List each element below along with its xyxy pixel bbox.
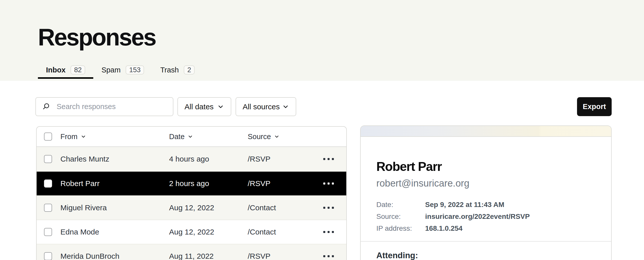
tab-count-badge: 153 (126, 65, 144, 74)
source-filter-value: All sources (243, 102, 280, 111)
search-box[interactable] (35, 97, 173, 116)
tab-count-badge: 82 (71, 65, 85, 74)
meta-value: 168.1.0.254 (425, 222, 530, 234)
tab-label: Inbox (46, 66, 65, 74)
search-input[interactable] (57, 102, 168, 111)
tabs-bar: Inbox 82 Spam 153 Trash 2 (38, 63, 203, 79)
tab-trash[interactable]: Trash 2 (152, 63, 203, 79)
tab-inbox[interactable]: Inbox 82 (38, 63, 93, 79)
cell-source: /RSVP (248, 155, 314, 163)
detail-name: Robert Parr (376, 159, 442, 174)
row-actions-icon[interactable] (319, 183, 334, 185)
meta-value: insuricare.org/2022event/RSVP (425, 211, 530, 222)
detail-divider (361, 241, 611, 242)
source-filter-dropdown[interactable]: All sources (236, 97, 296, 116)
tab-spam[interactable]: Spam 153 (93, 63, 152, 79)
chevron-down-icon (217, 103, 224, 110)
table-row[interactable]: Edna Mode Aug 12, 2022 /Contact (37, 220, 346, 244)
cell-source: /Contact (248, 203, 314, 212)
cell-from: Robert Parr (60, 179, 169, 188)
cell-date: Aug 12, 2022 (169, 203, 248, 212)
tab-label: Trash (160, 66, 179, 74)
column-header-source[interactable]: Source (248, 133, 314, 141)
meta-label: Date: (376, 199, 425, 211)
meta-label: IP address: (376, 222, 425, 234)
detail-email: robert@insuricare.org (376, 178, 469, 189)
row-actions-icon[interactable] (319, 158, 334, 160)
search-icon (42, 103, 50, 111)
cell-from: Edna Mode (60, 228, 169, 236)
cell-from: Charles Muntz (60, 155, 169, 163)
row-actions-icon[interactable] (319, 231, 334, 233)
cell-from: Miguel Rivera (60, 203, 169, 212)
meta-label: Source: (376, 211, 425, 222)
responses-table: From Date Source Charles Muntz 4 hours a… (36, 126, 347, 260)
sort-chevron-icon (81, 134, 86, 139)
table-header-row: From Date Source (37, 127, 346, 147)
sort-chevron-icon (274, 134, 280, 139)
tab-label: Spam (101, 66, 121, 74)
row-checkbox[interactable] (44, 179, 52, 188)
cell-source: /Contact (248, 228, 314, 236)
detail-section-heading: Attending: (376, 251, 418, 260)
response-detail-panel: Robert Parr robert@insuricare.org Date: … (360, 125, 612, 260)
column-header-date[interactable]: Date (169, 133, 248, 141)
cell-date: Aug 12, 2022 (169, 228, 248, 236)
cell-from: Merida DunBroch (60, 252, 169, 260)
cell-date: 2 hours ago (169, 179, 248, 188)
row-checkbox[interactable] (44, 228, 52, 236)
cell-source: /RSVP (248, 179, 314, 188)
row-actions-icon[interactable] (319, 207, 334, 209)
detail-meta-list: Date: Sep 9, 2022 at 11:43 AM Source: in… (376, 199, 530, 234)
table-row[interactable]: Miguel Rivera Aug 12, 2022 /Contact (37, 195, 346, 220)
table-row[interactable]: Merida DunBroch Aug 11, 2022 /RSVP (37, 244, 346, 260)
sort-chevron-icon (188, 134, 193, 139)
row-actions-icon[interactable] (319, 255, 334, 257)
column-header-from[interactable]: From (60, 133, 169, 141)
detail-banner (361, 126, 611, 137)
page-title: Responses (38, 24, 156, 51)
cell-date: Aug 11, 2022 (169, 252, 248, 260)
cell-source: /RSVP (248, 252, 314, 260)
meta-value: Sep 9, 2022 at 11:43 AM (425, 199, 530, 211)
tab-count-badge: 2 (184, 65, 195, 74)
row-checkbox[interactable] (44, 204, 52, 212)
export-button[interactable]: Export (577, 97, 612, 116)
table-row[interactable]: Charles Muntz 4 hours ago /RSVP (37, 147, 346, 171)
row-checkbox[interactable] (44, 252, 52, 260)
row-checkbox[interactable] (44, 155, 52, 163)
chevron-down-icon (282, 103, 289, 110)
date-filter-value: All dates (185, 102, 214, 111)
select-all-checkbox[interactable] (44, 133, 52, 141)
date-filter-dropdown[interactable]: All dates (177, 97, 231, 116)
cell-date: 4 hours ago (169, 155, 248, 163)
table-row[interactable]: Robert Parr 2 hours ago /RSVP (37, 171, 346, 195)
